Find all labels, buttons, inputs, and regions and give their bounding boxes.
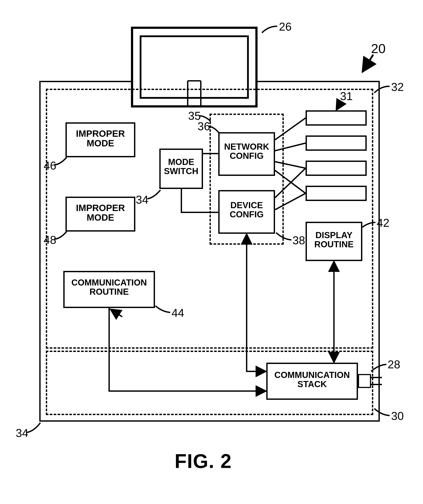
mode-switch-label: MODE SWITCH bbox=[159, 157, 203, 176]
ref-20: 20 bbox=[371, 41, 386, 56]
plug-pin-bottom bbox=[371, 384, 382, 385]
communication-routine-label: COMMUNICATION ROUTINE bbox=[63, 278, 155, 296]
device-config-label: DEVICE CONFIG bbox=[218, 201, 275, 219]
ref-44: 44 bbox=[171, 306, 184, 319]
ref-34a: 34 bbox=[136, 193, 148, 206]
mode-down bbox=[181, 189, 182, 213]
ref-32: 32 bbox=[391, 80, 404, 94]
ref-46: 46 bbox=[44, 159, 56, 172]
list-item-31-b bbox=[306, 135, 367, 151]
ref-38: 38 bbox=[293, 234, 305, 247]
diagram-stage: IMPROPER MODE IMPROPER MODE COMMUNICATIO… bbox=[0, 0, 423, 504]
communication-stack-label: COMMUNICATION STACK bbox=[266, 370, 358, 389]
ref-48: 48 bbox=[44, 233, 56, 246]
improper-mode-1-label: IMPROPER MODE bbox=[65, 129, 135, 148]
mode-to-network bbox=[203, 153, 218, 154]
list-item-31-c bbox=[306, 161, 367, 176]
connector-plug bbox=[358, 374, 371, 388]
list-item-31-a bbox=[306, 110, 367, 126]
mode-to-device bbox=[181, 212, 218, 213]
ref-28: 28 bbox=[388, 358, 400, 371]
ref-26: 26 bbox=[279, 20, 292, 33]
list-item-31-d bbox=[306, 186, 367, 201]
improper-mode-2-label: IMPROPER MODE bbox=[65, 203, 135, 222]
ref-30: 30 bbox=[391, 409, 404, 422]
display-routine-label: DISPLAY ROUTINE bbox=[306, 230, 362, 249]
ref-34b: 34 bbox=[16, 426, 28, 439]
figure-caption: FIG. 2 bbox=[175, 450, 232, 473]
ref-36: 36 bbox=[198, 120, 210, 133]
network-config-label: NETWORK CONFIG bbox=[218, 142, 275, 160]
ref-42: 42 bbox=[377, 216, 389, 229]
plug-pin-top bbox=[371, 377, 382, 378]
ref-31: 31 bbox=[340, 90, 353, 103]
